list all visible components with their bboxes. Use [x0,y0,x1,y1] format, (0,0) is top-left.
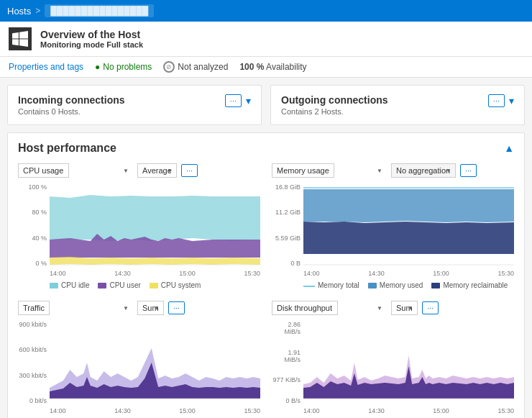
disk-x-2: 15:00 [433,407,449,414]
cpu-y-label-2: 40 % [18,235,50,242]
cpu-legend-system: CPU system [150,281,201,289]
memory-svg [303,182,514,268]
breadcrumb-hosts[interactable]: Hosts [7,6,31,17]
cpu-x-3: 15:30 [244,270,260,277]
memory-agg-wrapper: No aggregation [391,163,456,178]
incoming-card: Incoming connections Contains 0 Hosts. ·… [7,85,262,125]
memory-y-0: 16.8 GiB [272,183,303,191]
outgoing-actions: ··· ▾ [488,94,514,107]
cpu-y-label-1: 80 % [18,209,50,216]
outgoing-info: Outgoing connections Contains 2 Hosts. [281,94,388,116]
cpu-user-color [98,283,106,288]
incoming-header: Incoming connections Contains 0 Hosts. ·… [18,94,251,116]
incoming-subtitle: Contains 0 Hosts. [18,107,125,116]
traffic-dots-button[interactable]: ··· [168,301,185,314]
cpu-dots-button[interactable]: ··· [181,164,198,177]
properties-link[interactable]: Properties and tags [9,62,83,72]
memory-dots-button[interactable]: ··· [460,164,477,177]
cpu-select-wrapper: CPU usage [18,163,133,178]
memory-x-1: 14:30 [368,270,385,277]
traffic-aggregation-select[interactable]: Sum [137,301,164,315]
traffic-controls: Traffic Sum ··· [18,301,260,315]
traffic-y-1: 600 kbit/s [18,346,50,353]
cpu-controls: CPU usage Average ··· [18,163,260,178]
memory-reclaimable-label: Memory reclaimable [443,281,508,289]
perf-title: Host performance [18,142,116,155]
svg-marker-6 [303,222,514,254]
cpu-system-color [150,283,158,288]
svg-marker-0 [50,195,260,241]
memory-x-labels: 14:00 14:30 15:00 15:30 [272,270,514,277]
disk-svg [303,319,514,406]
disk-controls: Disk throughput Sum ··· [272,301,514,315]
traffic-svg-canvas [50,319,260,406]
availability-value: 100 % Availability [239,62,306,72]
traffic-x-1: 14:30 [114,407,131,414]
disk-y-1: 1.91 MiB/s [272,349,303,363]
memory-legend: Memory total Memory used Memory reclaima… [272,281,514,289]
disk-x-1: 14:30 [368,407,385,414]
memory-chart-area: 16.8 GiB 11.2 GiB 5.59 GiB 0 B [272,182,514,268]
memory-svg-canvas [303,182,514,268]
cpu-metric-select[interactable]: CPU usage [18,163,69,178]
status-bar: Properties and tags No problems ⊘ Not an… [0,57,532,78]
disk-x-3: 15:30 [497,407,514,414]
perf-header: Host performance ▲ [18,142,514,155]
incoming-info: Incoming connections Contains 0 Hosts. [18,94,125,116]
memory-used-color [368,283,377,288]
cpu-aggregation-select[interactable]: Average [137,163,177,178]
memory-legend-reclaimable: Memory reclaimable [431,281,508,289]
cpu-svg-canvas [50,182,260,268]
traffic-x-labels: 14:00 14:30 15:00 15:30 [18,407,260,414]
traffic-chart-area: 900 kbit/s 600 kbit/s 300 kbit/s 0 bit/s [18,319,260,406]
cpu-legend-idle: CPU idle [50,281,89,289]
memory-controls: Memory usage No aggregation ··· [272,163,514,178]
cpu-agg-wrapper: Average [137,163,177,178]
no-problems-badge: No problems [95,62,152,72]
disk-dots-button[interactable]: ··· [422,301,439,314]
incoming-collapse-button[interactable]: ▾ [246,95,251,106]
outgoing-card: Outgoing connections Contains 2 Hosts. ·… [270,85,525,125]
disk-svg-canvas [303,319,514,406]
cpu-legend: CPU idle CPU user CPU system [18,281,260,289]
traffic-x-2: 15:00 [179,407,196,414]
outgoing-collapse-button[interactable]: ▾ [509,95,514,106]
outgoing-dots-button[interactable]: ··· [488,94,505,107]
memory-y-2: 5.59 GiB [272,235,303,242]
not-analyzed-badge: ⊘ Not analyzed [163,61,228,73]
memory-y-labels: 16.8 GiB 11.2 GiB 5.59 GiB 0 B [272,182,303,268]
disk-chart: Disk throughput Sum ··· 2.86 MiB/s 1.91 … [272,301,514,418]
cpu-svg [50,182,260,268]
memory-total-label: Memory total [318,281,359,289]
disk-chart-area: 2.86 MiB/s 1.91 MiB/s 977 KiB/s 0 B/s [272,319,514,406]
cpu-idle-color [50,283,58,288]
memory-legend-used: Memory used [368,281,423,289]
incoming-dots-button[interactable]: ··· [225,94,242,107]
memory-x-0: 14:00 [303,270,320,277]
windows-icon [12,31,28,47]
not-analyzed-icon: ⊘ [163,61,175,73]
perf-collapse-button[interactable]: ▲ [504,142,514,154]
traffic-select-wrapper: Traffic [18,301,133,315]
cpu-y-labels: 100 % 80 % 40 % 0 % [18,182,50,268]
incoming-actions: ··· ▾ [225,94,251,107]
disk-metric-select[interactable]: Disk throughput [272,301,338,315]
memory-x-2: 15:00 [433,270,449,277]
cpu-x-1: 14:30 [114,270,131,277]
memory-y-1: 11.2 GiB [272,209,303,216]
outgoing-title: Outgoing connections [281,94,388,106]
memory-metric-select[interactable]: Memory usage [272,163,334,178]
traffic-x-3: 15:30 [244,407,260,414]
traffic-chart: Traffic Sum ··· 900 kbit/s 600 kbit/s 30… [18,301,260,418]
performance-section: Host performance ▲ CPU usage Average ··· [7,132,525,418]
cpu-chart-area: 100 % 80 % 40 % 0 % [18,182,260,268]
memory-x-3: 15:30 [497,270,514,277]
host-icon [9,27,32,50]
disk-y-0: 2.86 MiB/s [272,321,303,335]
traffic-metric-select[interactable]: Traffic [18,301,50,315]
disk-y-2: 977 KiB/s [272,376,303,383]
cpu-x-0: 14:00 [50,270,66,277]
disk-aggregation-select[interactable]: Sum [391,301,418,315]
disk-y-3: 0 B/s [272,397,303,404]
memory-aggregation-select[interactable]: No aggregation [391,163,456,178]
